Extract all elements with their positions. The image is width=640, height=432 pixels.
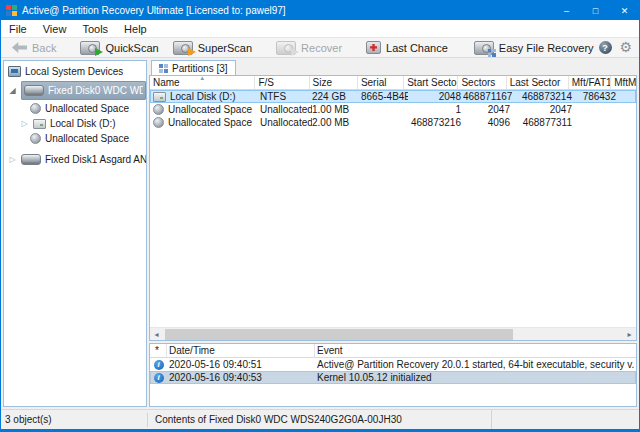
main-area: Partitions [3] Name ▲ F/S Size Serial St… (149, 60, 637, 407)
table-row[interactable]: Unallocated Space Unallocated 1.00 MB 1 … (150, 103, 636, 116)
expander-open-icon[interactable]: ◢ (8, 86, 17, 95)
toolbar-right-group: ? ⚙ (599, 41, 637, 54)
column-header-mft[interactable]: Mft/FAT1 (569, 76, 611, 89)
scroll-left-icon[interactable]: ◂ (150, 328, 163, 341)
sort-ascending-icon: ▲ (199, 76, 205, 81)
back-button[interactable]: Back (7, 41, 61, 55)
sidebar-item-local-system-devices[interactable]: Local System Devices (4, 63, 146, 80)
red-cross-icon (370, 44, 377, 51)
menu-tools[interactable]: Tools (74, 20, 116, 37)
easy-file-recovery-label: Easy File Recovery (499, 42, 594, 54)
content-area: Local System Devices ◢ Fixed Disk0 WDC W… (1, 58, 639, 409)
sidebar-item-unallocated-1[interactable]: Unallocated Space (4, 101, 146, 116)
toolbar: Back QuickScan SuperScan Recover Last Ch… (1, 37, 639, 58)
info-icon[interactable]: ? (599, 41, 612, 54)
first-aid-icon (366, 41, 381, 54)
hard-disk-icon (24, 85, 44, 96)
superscan-button[interactable]: SuperScan (168, 40, 257, 56)
menu-bar: File View Tools Help (1, 20, 639, 37)
list-item[interactable]: i 2020-05-16 09:40:53 Kernel 10.05.12 in… (150, 371, 636, 384)
column-header-size[interactable]: Size (310, 76, 358, 89)
unallocated-2-label: Unallocated Space (45, 133, 129, 144)
partitions-table-header: Name ▲ F/S Size Serial Start Sector Sect… (150, 76, 636, 90)
last-chance-button[interactable]: Last Chance (361, 40, 453, 55)
file-grid-icon (488, 49, 496, 57)
unallocated-sphere-icon (153, 104, 164, 115)
fixed-disk1-label: Fixed Disk1 Asgard AN256NVMe... (45, 154, 146, 165)
quickscan-label: QuickScan (105, 42, 158, 54)
minimize-button[interactable]: – (552, 1, 581, 20)
column-header-mftm[interactable]: MftM (611, 76, 636, 89)
orange-arrow-icon (188, 48, 196, 56)
computer-icon (8, 66, 21, 77)
superscan-label: SuperScan (198, 42, 252, 54)
recover-label: Recover (301, 42, 342, 54)
window-title: Active@ Partition Recovery Ultimate [Lic… (22, 5, 286, 16)
tree-root-label: Local System Devices (25, 66, 123, 77)
column-header-name[interactable]: Name ▲ (150, 76, 255, 89)
info-circle-icon: i (154, 360, 164, 370)
log-column-star[interactable]: * (150, 344, 167, 357)
menu-view[interactable]: View (35, 20, 75, 37)
table-row[interactable]: Unallocated Space Unallocated 2.00 MB 46… (150, 116, 636, 129)
drive-icon (33, 119, 46, 129)
quickscan-disk-icon (80, 41, 100, 55)
event-log-pane: * Date/Time Event i 2020-05-16 09:40:51 … (149, 343, 637, 407)
tab-partitions[interactable]: Partitions [3] (151, 60, 236, 76)
settings-gear-icon[interactable]: ⚙ (620, 41, 633, 54)
unallocated-sphere-icon (30, 103, 41, 114)
back-label: Back (32, 42, 56, 54)
easy-file-recovery-button[interactable]: Easy File Recovery (469, 40, 599, 56)
device-tree-panel: Local System Devices ◢ Fixed Disk0 WDC W… (3, 60, 147, 407)
recover-button[interactable]: Recover (271, 40, 347, 56)
table-row[interactable]: Local Disk (D:) NTFS 224 GB 8665-4B4E 20… (150, 90, 636, 103)
sidebar-item-fixed-disk0[interactable]: ◢ Fixed Disk0 WDC WDS240G2G0A... (4, 80, 146, 101)
back-arrow-icon (12, 42, 27, 53)
expander-closed-icon[interactable]: ▷ (20, 119, 29, 128)
easy-file-recovery-disk-icon (474, 41, 494, 55)
menu-help[interactable]: Help (116, 20, 155, 37)
tab-partitions-label: Partitions [3] (172, 63, 228, 74)
column-header-last-sector[interactable]: Last Sector (507, 76, 569, 89)
hard-disk-icon (21, 154, 41, 165)
unallocated-1-label: Unallocated Space (45, 103, 129, 114)
drive-icon (153, 92, 166, 102)
column-header-sectors[interactable]: Sectors (458, 76, 506, 89)
menu-file[interactable]: File (1, 20, 35, 37)
column-header-serial[interactable]: Serial (358, 76, 404, 89)
expander-closed-icon[interactable]: ▷ (8, 155, 17, 164)
column-header-fs[interactable]: F/S (255, 76, 309, 89)
status-object-count: 3 object(s) (1, 414, 147, 425)
fixed-disk0-label: Fixed Disk0 WDC WDS240G2G0A... (48, 85, 143, 96)
app-window: Active@ Partition Recovery Ultimate [Lic… (0, 0, 640, 432)
scroll-right-icon[interactable]: ▸ (623, 328, 636, 341)
app-icon (6, 5, 17, 16)
list-item[interactable]: i 2020-05-16 09:40:51 Active@ Partition … (150, 358, 636, 371)
local-disk-d-label: Local Disk (D:) (50, 118, 116, 129)
partitions-pane: Name ▲ F/S Size Serial Start Sector Sect… (149, 75, 637, 341)
green-arrow-icon (95, 48, 103, 56)
tab-strip: Partitions [3] (149, 60, 637, 76)
log-column-event[interactable]: Event (315, 344, 636, 357)
column-header-start-sector[interactable]: Start Sector (404, 76, 458, 89)
partitions-tab-icon (159, 64, 168, 73)
title-bar: Active@ Partition Recovery Ultimate [Lic… (1, 1, 639, 20)
status-contents-text: Contents of Fixed Disk0 WDC WDS240G2G0A-… (148, 414, 491, 425)
close-button[interactable]: ✕ (610, 1, 639, 20)
horizontal-scrollbar[interactable]: ◂ ▸ (150, 327, 636, 340)
log-column-datetime[interactable]: Date/Time (167, 344, 315, 357)
sidebar-item-fixed-disk1[interactable]: ▷ Fixed Disk1 Asgard AN256NVMe... (4, 149, 146, 170)
log-header: * Date/Time Event (150, 344, 636, 358)
sidebar-item-unallocated-2[interactable]: Unallocated Space (4, 131, 146, 146)
unallocated-sphere-icon (30, 133, 41, 144)
fixed-disk0-selection[interactable]: Fixed Disk0 WDC WDS240G2G0A... (21, 81, 146, 100)
scrollbar-track[interactable] (163, 328, 623, 340)
sidebar-item-local-disk-d[interactable]: ▷ Local Disk (D:) (4, 116, 146, 131)
window-controls: – □ ✕ (552, 1, 639, 20)
maximize-button[interactable]: □ (581, 1, 610, 20)
quickscan-button[interactable]: QuickScan (75, 40, 163, 56)
status-right-section (491, 410, 639, 429)
scrollbar-thumb[interactable] (165, 329, 513, 340)
info-circle-icon: i (154, 373, 164, 383)
superscan-disk-icon (173, 41, 193, 55)
